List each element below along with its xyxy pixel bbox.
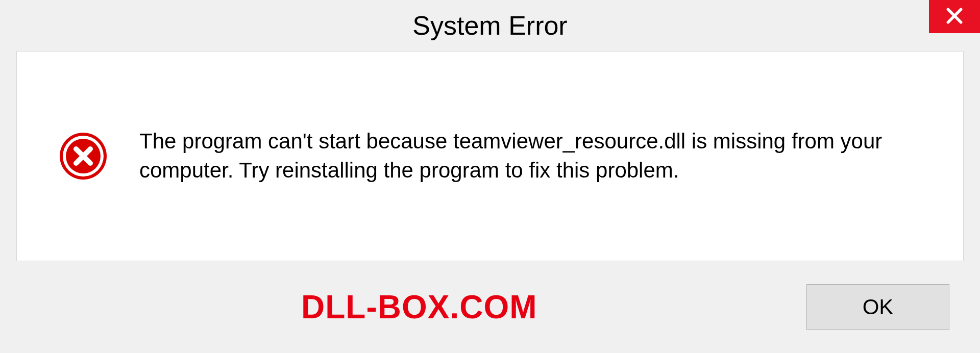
close-button[interactable]	[929, 0, 980, 33]
brand-watermark: DLL-BOX.COM	[301, 288, 537, 326]
titlebar: System Error	[0, 0, 980, 51]
error-icon	[58, 131, 109, 182]
ok-button[interactable]: OK	[806, 284, 949, 330]
content-panel: The program can't start because teamview…	[16, 51, 964, 261]
ok-button-label: OK	[863, 295, 894, 319]
dialog-footer: DLL-BOX.COM OK	[0, 261, 980, 353]
error-message: The program can't start because teamview…	[139, 127, 933, 185]
close-icon	[945, 6, 964, 28]
error-dialog: System Error The program can't start bec…	[0, 0, 980, 353]
dialog-title: System Error	[412, 10, 567, 41]
